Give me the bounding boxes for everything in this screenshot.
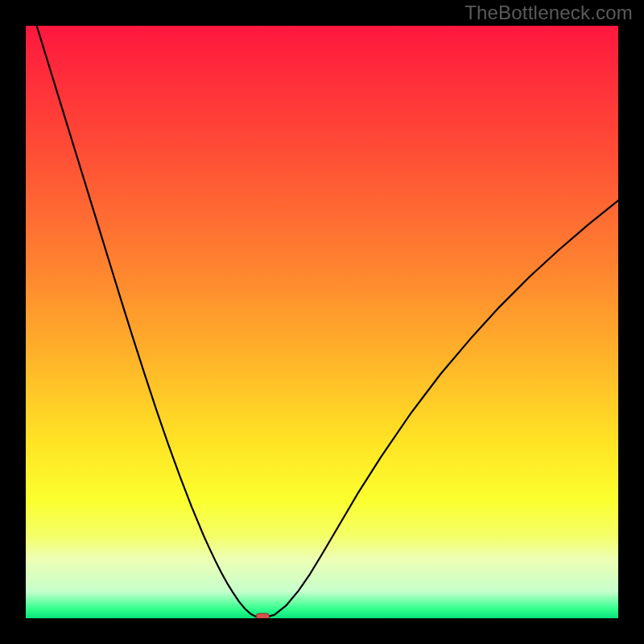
chart-frame: TheBottleneck.com [0,0,644,644]
bottleneck-chart [26,26,618,618]
chart-background [26,26,618,618]
optimal-marker [256,613,269,618]
watermark-label: TheBottleneck.com [464,2,633,24]
